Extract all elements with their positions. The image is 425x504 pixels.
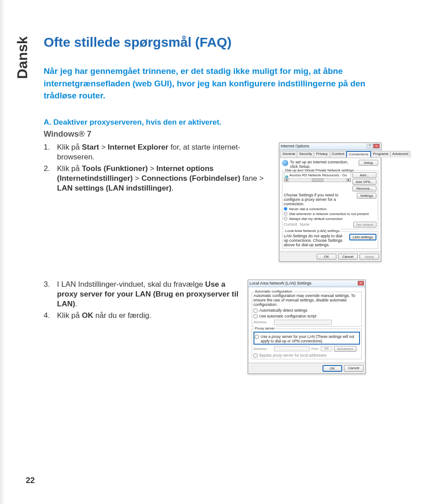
dialog-footer: OK Cancel Apply <box>279 252 381 261</box>
close-icon[interactable]: × <box>358 281 364 285</box>
radio-always-dial[interactable]: Always dial my default connection <box>284 217 376 221</box>
proxy-highlight: Use a proxy server for your LAN (These s… <box>253 332 360 345</box>
dialog-title-bar[interactable]: Internet Options ? × <box>279 143 381 150</box>
page-number: 22 <box>26 476 35 485</box>
internet-options-dialog: Internet Options ? × General Security Pr… <box>279 142 381 262</box>
cancel-button[interactable]: Cancel <box>344 365 364 372</box>
section-a-heading: A. Deaktiver proxyserveren, hvis den er … <box>44 118 391 127</box>
faq-question: Når jeg har gennemgået trinnene, er det … <box>44 65 391 102</box>
windows-7-label: Windows® 7 <box>44 130 391 139</box>
checkbox-input[interactable] <box>253 309 257 313</box>
page-spine <box>0 0 4 504</box>
chk-use-proxy[interactable]: Use a proxy server for your LAN (These s… <box>255 334 359 343</box>
checkbox-input[interactable] <box>255 335 259 339</box>
lan-text: LAN Settings do not apply to dial-up con… <box>284 234 347 247</box>
radio-dial-when-absent[interactable]: Dial whenever a network connection is no… <box>284 212 376 216</box>
proxy-legend: Proxy server <box>254 326 276 330</box>
connection-buttons: Add... Add VPN... Remove... <box>352 172 376 191</box>
tab-advanced[interactable]: Advanced <box>390 151 411 158</box>
add-button[interactable]: Add... <box>352 172 376 178</box>
step-4: 4. Klik på OK når du er færdig. <box>44 311 240 321</box>
tab-privacy[interactable]: Privacy <box>314 151 330 158</box>
tab-programs[interactable]: Programs <box>371 151 391 158</box>
figure-lan-settings: Local Area Network (LAN) Settings × Auto… <box>248 280 366 374</box>
scroll-right-icon[interactable]: ► <box>346 179 351 182</box>
tab-content[interactable]: Content <box>330 151 347 158</box>
remove-button[interactable]: Remove... <box>352 186 376 191</box>
auto-config-group: Automatic configuration Automatic config… <box>252 292 362 327</box>
language-side-tab: Dansk <box>12 22 32 93</box>
auto-config-legend: Automatic configuration <box>254 289 293 293</box>
address-label: Address: <box>253 347 272 351</box>
radio-input[interactable] <box>284 212 287 215</box>
faq-heading: Ofte stillede spørgsmål (FAQ) <box>44 35 391 50</box>
dialog-title-bar[interactable]: Local Area Network (LAN) Settings × <box>248 280 365 287</box>
step-text: Klik på Start > Internet Explorer for, a… <box>57 142 271 162</box>
language-label: Dansk <box>14 36 31 79</box>
setup-text: To set up an Internet connection, click … <box>290 160 357 169</box>
chk-auto-detect[interactable]: Automatically detect settings <box>253 308 360 313</box>
figure-internet-options: Internet Options ? × General Security Pr… <box>279 142 381 262</box>
help-icon[interactable]: ? <box>367 144 373 148</box>
checkbox-input[interactable] <box>253 354 257 358</box>
proxy-address-row: Address: Port: 80 Advanced <box>253 346 360 352</box>
set-default-button[interactable]: Set default <box>353 222 376 228</box>
current-label: Current <box>284 222 297 227</box>
radio-input[interactable] <box>284 217 287 220</box>
add-vpn-button[interactable]: Add VPN... <box>352 179 376 185</box>
step-number: 4. <box>44 311 53 321</box>
dialog-tabs: General Security Privacy Content Connect… <box>279 150 381 158</box>
tab-security[interactable]: Security <box>297 151 314 158</box>
step-2: 2. Klik på Tools (Funktioner) > Internet… <box>44 164 271 193</box>
row-steps-3-4: 3. I LAN Indstillinger-vinduet, skal du … <box>44 280 391 374</box>
tab-connections[interactable]: Connections <box>346 151 371 158</box>
advanced-button[interactable]: Advanced <box>334 346 356 352</box>
checkbox-input[interactable] <box>253 314 257 318</box>
steps-1-2: 1. Klik på Start > Internet Explorer for… <box>44 142 271 195</box>
tab-general[interactable]: General <box>280 151 297 158</box>
dialup-group: Dial-up and Virtual Private Network sett… <box>282 171 378 229</box>
step-text: Klik på Tools (Funktioner) > Internet op… <box>57 164 271 193</box>
step-1: 1. Klik på Start > Internet Explorer for… <box>44 142 271 162</box>
ok-button[interactable]: OK <box>317 254 336 260</box>
scroll-thumb[interactable] <box>312 179 323 182</box>
script-address-row: Address <box>253 320 360 325</box>
step-text: I LAN Indstillinger-vinduet, skal du fra… <box>57 280 240 309</box>
step-number: 2. <box>44 164 53 193</box>
port-input[interactable]: 80 <box>321 346 332 351</box>
lan-settings-dialog: Local Area Network (LAN) Settings × Auto… <box>248 280 366 374</box>
close-icon[interactable]: × <box>373 144 380 148</box>
setup-line: To set up an Internet connection, click … <box>282 160 378 169</box>
ok-button[interactable]: OK <box>323 365 342 372</box>
lan-group: Local Area Network (LAN) settings LAN Se… <box>282 231 378 249</box>
scrollbar-horizontal[interactable]: ◄ ► <box>284 178 351 182</box>
settings-button[interactable]: Settings <box>357 193 376 199</box>
chk-bypass-local[interactable]: Bypass proxy server for local addresses <box>253 353 360 358</box>
radio-input[interactable] <box>284 207 287 211</box>
proxy-address-input[interactable] <box>274 346 310 351</box>
setup-button[interactable]: Setup <box>359 160 378 166</box>
globe-icon <box>282 160 288 166</box>
auto-config-text: Automatic configuration may override man… <box>253 293 360 307</box>
cancel-button[interactable]: Cancel <box>338 254 358 260</box>
dialog-body: To set up an Internet connection, click … <box>280 158 380 251</box>
dialog-footer: OK Cancel <box>248 363 365 374</box>
radio-never-dial[interactable]: Never dial a connection <box>284 207 376 211</box>
apply-button[interactable]: Apply <box>360 254 379 260</box>
connections-listbox[interactable]: Access RD Network Resources - Go to vpn.… <box>284 172 351 182</box>
row-steps-1-2: 1. Klik på Start > Internet Explorer for… <box>44 142 391 262</box>
dialup-legend: Dial-up and Virtual Private Network sett… <box>284 168 355 172</box>
scroll-left-icon[interactable]: ◄ <box>284 179 289 182</box>
chk-auto-script[interactable]: Use automatic configuration script <box>253 314 360 318</box>
step-number: 1. <box>44 142 53 162</box>
dialog-body: Automatic configuration Automatic config… <box>249 287 364 362</box>
lan-settings-button[interactable]: LAN settings <box>349 234 376 240</box>
port-label: Port: <box>311 347 319 351</box>
address-label: Address <box>253 320 272 324</box>
step-text: Klik på OK når du er færdig. <box>57 311 151 321</box>
proxy-group: Proxy server Use a proxy server for your… <box>252 329 362 359</box>
steps-3-4: 3. I LAN Indstillinger-vinduet, skal du … <box>44 280 240 322</box>
current-value: None <box>300 222 351 227</box>
address-input[interactable] <box>274 320 332 325</box>
dialog-title: Internet Options <box>281 144 309 148</box>
